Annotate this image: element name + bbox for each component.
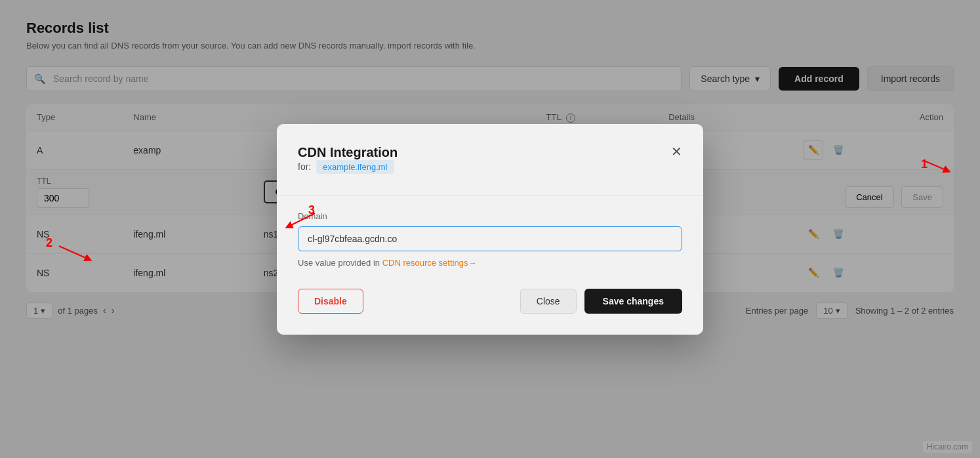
cdn-integration-modal: CDN Integration for: example.ifeng.ml ✕ … bbox=[277, 124, 703, 335]
modal-divider bbox=[277, 195, 703, 196]
modal-title-area: CDN Integration for: example.ifeng.ml bbox=[298, 145, 398, 190]
close-modal-button[interactable]: Close bbox=[520, 289, 577, 314]
modal-domain-badge: example.ifeng.ml bbox=[316, 160, 394, 174]
cdn-resource-settings-link[interactable]: CDN resource settings→ bbox=[382, 258, 477, 268]
modal-actions: Close Save changes bbox=[520, 289, 682, 314]
modal-title: CDN Integration bbox=[298, 145, 398, 160]
modal-footer: Disable Close Save changes bbox=[298, 289, 682, 314]
modal-for-row: for: example.ifeng.ml bbox=[298, 160, 398, 174]
for-label: for: bbox=[298, 161, 311, 172]
modal-overlay: CDN Integration for: example.ifeng.ml ✕ … bbox=[0, 0, 980, 458]
disable-button[interactable]: Disable bbox=[298, 289, 363, 314]
save-changes-button[interactable]: Save changes bbox=[584, 289, 682, 314]
modal-hint: Use value provided in CDN resource setti… bbox=[298, 258, 682, 268]
modal-close-button[interactable]: ✕ bbox=[671, 145, 682, 158]
domain-field-label: Domain bbox=[298, 211, 682, 221]
domain-field-input[interactable] bbox=[298, 226, 682, 251]
modal-header: CDN Integration for: example.ifeng.ml ✕ bbox=[298, 145, 682, 190]
